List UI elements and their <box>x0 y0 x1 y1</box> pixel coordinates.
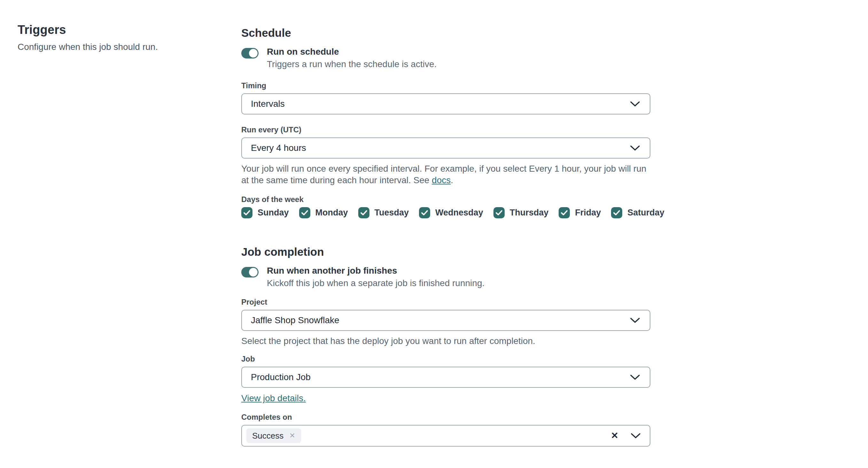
day-label: Sunday <box>257 208 289 218</box>
completes-on-label: Completes on <box>241 413 650 422</box>
docs-link[interactable]: docs <box>432 175 451 185</box>
run-every-help-text: Your job will run once every specified i… <box>241 163 650 186</box>
days-of-week-row: Sunday Monday Tuesday Wednesday Thursday… <box>241 207 650 218</box>
run-when-finishes-text: Run when another job finishes Kickoff th… <box>267 266 485 289</box>
project-select-value: Jaffle Shop Snowflake <box>251 315 339 325</box>
day-checkbox-sunday[interactable]: Sunday <box>241 207 289 218</box>
help-text-after: . <box>451 175 453 185</box>
day-label: Thursday <box>510 208 549 218</box>
day-label: Monday <box>315 208 348 218</box>
project-select[interactable]: Jaffle Shop Snowflake <box>241 310 650 331</box>
checkbox-checked <box>419 207 430 218</box>
page-title: Triggers <box>18 23 216 37</box>
day-label: Friday <box>575 208 601 218</box>
checkbox-checked <box>358 207 369 218</box>
run-on-schedule-description: Triggers a run when the schedule is acti… <box>267 59 437 70</box>
chevron-down-icon <box>630 101 640 107</box>
checkbox-checked <box>299 207 310 218</box>
day-checkbox-saturday[interactable]: Saturday <box>611 207 664 218</box>
completes-on-multiselect[interactable]: Success ✕ ✕ <box>241 425 650 446</box>
day-checkbox-thursday[interactable]: Thursday <box>493 207 549 218</box>
toggle-knob <box>249 268 257 277</box>
check-icon <box>496 210 502 215</box>
day-checkbox-monday[interactable]: Monday <box>299 207 348 218</box>
checkbox-checked <box>493 207 505 218</box>
timing-select[interactable]: Intervals <box>241 93 650 115</box>
run-every-select[interactable]: Every 4 hours <box>241 137 650 159</box>
check-icon <box>361 210 367 215</box>
check-icon <box>613 210 620 215</box>
chip-label: Success <box>252 431 283 441</box>
project-help-text: Select the project that has the deploy j… <box>241 335 650 347</box>
day-label: Tuesday <box>375 208 409 218</box>
day-checkbox-wednesday[interactable]: Wednesday <box>419 207 483 218</box>
check-icon <box>561 210 567 215</box>
checkbox-checked <box>241 207 252 218</box>
job-label: Job <box>241 354 650 364</box>
checkbox-checked <box>559 207 570 218</box>
toggle-knob <box>249 49 257 58</box>
day-checkbox-friday[interactable]: Friday <box>559 207 601 218</box>
run-when-job-finishes-label: Run when another job finishes <box>267 266 485 276</box>
triggers-form: Schedule Run on schedule Triggers a run … <box>241 0 650 446</box>
timing-label: Timing <box>241 81 650 90</box>
chevron-down-icon <box>630 374 640 380</box>
page-subtitle: Configure when this job should run. <box>18 42 216 52</box>
run-on-schedule-text: Run on schedule Triggers a run when the … <box>267 47 437 70</box>
timing-select-value: Intervals <box>251 99 285 109</box>
run-on-schedule-row: Run on schedule Triggers a run when the … <box>241 47 650 70</box>
triggers-settings-page: Triggers Configure when this job should … <box>0 0 868 468</box>
day-label: Wednesday <box>435 208 483 218</box>
job-select-value: Production Job <box>251 372 311 382</box>
clear-all-icon[interactable]: ✕ <box>611 431 618 440</box>
success-chip: Success ✕ <box>246 428 301 443</box>
run-on-schedule-toggle[interactable] <box>241 48 258 59</box>
checkbox-checked <box>611 207 622 218</box>
day-label: Saturday <box>627 208 664 218</box>
run-when-job-finishes-description: Kickoff this job when a separate job is … <box>267 278 485 289</box>
check-icon <box>244 210 250 215</box>
run-when-job-finishes-toggle[interactable] <box>241 267 258 278</box>
days-of-week-label: Days of the week <box>241 195 650 204</box>
job-completion-heading: Job completion <box>241 245 650 259</box>
run-every-label: Run every (UTC) <box>241 125 650 134</box>
check-icon <box>301 210 308 215</box>
day-checkbox-tuesday[interactable]: Tuesday <box>358 207 409 218</box>
section-descriptor: Triggers Configure when this job should … <box>18 23 216 52</box>
chevron-down-icon[interactable] <box>630 433 641 439</box>
schedule-heading: Schedule <box>241 26 650 40</box>
job-select[interactable]: Production Job <box>241 367 650 388</box>
check-icon <box>421 210 428 215</box>
chevron-down-icon <box>630 145 640 151</box>
view-job-details-link[interactable]: View job details. <box>241 393 306 404</box>
chip-remove-icon[interactable]: ✕ <box>289 432 295 439</box>
project-label: Project <box>241 298 650 307</box>
run-every-select-value: Every 4 hours <box>251 143 306 153</box>
chevron-down-icon <box>630 317 640 323</box>
run-when-finishes-row: Run when another job finishes Kickoff th… <box>241 266 650 289</box>
run-on-schedule-label: Run on schedule <box>267 47 437 57</box>
